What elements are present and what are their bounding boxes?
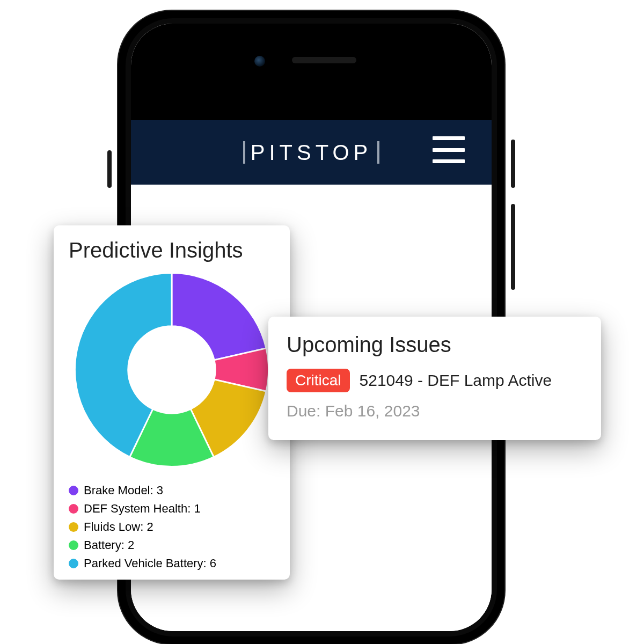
phone-top-bezel bbox=[131, 24, 492, 120]
issue-row[interactable]: Critical 521049 - DEF Lamp Active bbox=[287, 369, 583, 392]
insights-title: Predictive Insights bbox=[69, 238, 275, 262]
upcoming-issues-card: Upcoming Issues Critical 521049 - DEF La… bbox=[268, 317, 601, 440]
legend-item[interactable]: Battery: 2 bbox=[69, 536, 275, 554]
hamburger-menu-icon[interactable] bbox=[433, 136, 465, 163]
brand-logo: PITSTOP bbox=[243, 141, 379, 165]
legend-item[interactable]: Fluids Low: 2 bbox=[69, 518, 275, 536]
phone-side-button bbox=[107, 150, 112, 188]
logo-bar-icon bbox=[243, 141, 245, 164]
legend-swatch-icon bbox=[69, 540, 78, 550]
predictive-insights-card: Predictive Insights Brake Model: 3DEF Sy… bbox=[54, 225, 290, 580]
brand-text: PITSTOP bbox=[251, 141, 372, 165]
legend-swatch-icon bbox=[69, 486, 78, 495]
camera-icon bbox=[254, 56, 265, 67]
legend-label: Battery: 2 bbox=[84, 536, 134, 554]
legend-swatch-icon bbox=[69, 559, 78, 568]
issue-due: Due: Feb 16, 2023 bbox=[287, 402, 583, 420]
donut-slice[interactable] bbox=[172, 273, 266, 360]
phone-side-button bbox=[511, 140, 515, 188]
issues-title: Upcoming Issues bbox=[287, 333, 583, 357]
status-badge: Critical bbox=[287, 369, 350, 392]
legend-item[interactable]: Brake Model: 3 bbox=[69, 481, 275, 500]
legend-item[interactable]: DEF System Health: 1 bbox=[69, 500, 275, 518]
legend-label: Fluids Low: 2 bbox=[84, 518, 153, 536]
chart-legend: Brake Model: 3DEF System Health: 1Fluids… bbox=[69, 481, 275, 573]
speaker-icon bbox=[292, 57, 356, 63]
legend-item[interactable]: Parked Vehicle Battery: 6 bbox=[69, 554, 275, 573]
legend-label: Brake Model: 3 bbox=[84, 481, 163, 500]
donut-chart bbox=[70, 268, 274, 472]
logo-bar-icon bbox=[377, 141, 379, 164]
issue-text: 521049 - DEF Lamp Active bbox=[360, 371, 552, 390]
legend-swatch-icon bbox=[69, 522, 78, 532]
legend-swatch-icon bbox=[69, 504, 78, 514]
phone-side-button bbox=[511, 204, 515, 290]
app-header: PITSTOP bbox=[131, 120, 492, 185]
legend-label: DEF System Health: 1 bbox=[84, 500, 201, 518]
legend-label: Parked Vehicle Battery: 6 bbox=[84, 554, 216, 573]
